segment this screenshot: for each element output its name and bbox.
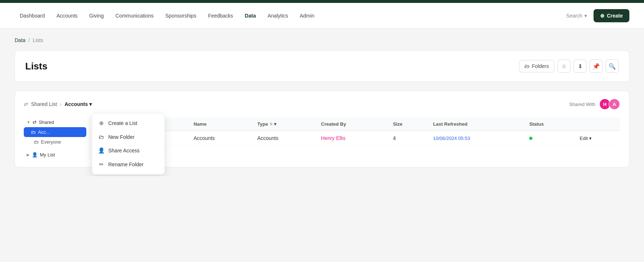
sidebar-accounts-label: Acc... xyxy=(38,129,50,135)
nav-item-admin[interactable]: Admin xyxy=(295,10,320,22)
edit-button[interactable]: Edit ▾ xyxy=(580,136,615,141)
status-dot xyxy=(529,137,532,140)
dropdown-new-folder-label: New Folder xyxy=(108,134,135,140)
table-row: LS10002 Accounts Accounts Henry Ellis xyxy=(95,131,620,146)
page-title: Lists xyxy=(25,61,48,72)
row-size: 4 xyxy=(388,131,428,146)
th-size: Size xyxy=(388,117,428,131)
chevron-down-icon: ▼ xyxy=(27,120,30,124)
star-button[interactable]: ☆ xyxy=(557,60,570,73)
folder-icon: 🗁 xyxy=(524,63,530,69)
dropdown-chevron-icon: ▾ xyxy=(89,101,92,107)
circle-plus-icon: ⊕ xyxy=(98,120,105,126)
download-button[interactable]: ⬇ xyxy=(573,60,587,73)
shared-list-label[interactable]: Shared List xyxy=(31,101,57,107)
lists-area: ⇄ Shared List › Accounts ▾ ⊕ Create a Li… xyxy=(15,91,629,167)
main-content: Data / Lists Lists 🗁 Folders ☆ ⬇ 📌 🔍 ⇄ S… xyxy=(0,29,644,176)
accounts-dropdown[interactable]: Accounts ▾ xyxy=(65,101,92,107)
th-created-by: Created By xyxy=(316,117,388,131)
search-label: Search xyxy=(566,13,582,19)
th-type: Type ⇅ ▾ xyxy=(252,117,316,131)
row-name-value: Accounts xyxy=(193,135,215,141)
share-icon: ⇄ xyxy=(24,101,28,107)
sidebar-shared-section: ▼ ⇄ Shared 🗁 Acc... 🗁 Everyone xyxy=(24,117,86,147)
dropdown-item-new-folder[interactable]: 🗁 New Folder xyxy=(92,130,165,144)
search-icon-button[interactable]: 🔍 xyxy=(606,60,619,73)
header-actions: 🗁 Folders ☆ ⬇ 📌 🔍 xyxy=(519,60,619,73)
avatar-2: A xyxy=(609,98,620,110)
sidebar-item-everyone[interactable]: 🗁 Everyone xyxy=(24,137,86,147)
pin-button[interactable]: 📌 xyxy=(590,60,603,73)
nav-item-communications[interactable]: Communications xyxy=(110,10,159,22)
search-button[interactable]: Search ▾ xyxy=(561,10,592,22)
shared-with-area: Shared With H A xyxy=(569,98,620,110)
share-icon-sidebar: ⇄ xyxy=(33,119,37,125)
shared-with-label: Shared With xyxy=(569,102,595,107)
page-header: Lists 🗁 Folders ☆ ⬇ 📌 🔍 xyxy=(15,50,629,82)
share-access-icon: 👤 xyxy=(98,147,105,154)
folder-icon-sidebar: 🗁 xyxy=(31,129,36,135)
th-name: Name xyxy=(188,117,252,131)
status-column-label: Status xyxy=(529,121,544,127)
dropdown-create-list-label: Create a List xyxy=(108,120,137,126)
row-type-value: Accounts xyxy=(257,135,279,141)
size-column-label: Size xyxy=(393,121,402,127)
breadcrumb-arrow: › xyxy=(60,101,62,107)
nav-item-feedbacks[interactable]: Feedbacks xyxy=(203,10,238,22)
row-created-by-link[interactable]: Henry Ellis xyxy=(321,135,346,141)
row-action: Edit ▾ xyxy=(575,131,620,146)
chevron-right-icon: ▶ xyxy=(27,153,30,157)
breadcrumb-data[interactable]: Data xyxy=(15,37,26,43)
create-label: Create xyxy=(607,13,623,19)
dropdown-menu: ⊕ Create a List 🗁 New Folder 👤 Share Acc… xyxy=(92,113,165,175)
row-name: Accounts xyxy=(188,131,252,146)
dropdown-item-create-list[interactable]: ⊕ Create a List xyxy=(92,116,165,130)
sidebar-item-accounts[interactable]: 🗁 Acc... xyxy=(24,127,86,137)
filter-icon-type[interactable]: ▾ xyxy=(274,121,276,127)
sidebar-my-list-label: My List xyxy=(40,152,55,157)
nav-item-giving[interactable]: Giving xyxy=(84,10,109,22)
created-by-column-label: Created By xyxy=(321,121,346,127)
nav-item-analytics[interactable]: Analytics xyxy=(263,10,293,22)
nav-item-sponsorships[interactable]: Sponsorships xyxy=(160,10,202,22)
table-wrap: ID ⇅ Name Type ⇅ ▾ xyxy=(95,117,620,160)
dropdown-item-rename-folder[interactable]: ✏ Rename Folder xyxy=(92,157,165,171)
nav-item-dashboard[interactable]: Dashboard xyxy=(15,10,50,22)
edit-chevron-icon: ▾ xyxy=(589,136,592,141)
row-size-value: 4 xyxy=(393,135,396,141)
chevron-down-icon: ▾ xyxy=(584,13,587,19)
sidebar-shared-group[interactable]: ▼ ⇄ Shared xyxy=(24,117,86,127)
dropdown-share-access-label: Share Access xyxy=(108,148,140,153)
navbar: Dashboard Accounts Giving Communications… xyxy=(0,3,644,29)
folder-icon: 🗁 xyxy=(98,134,105,140)
name-column-label: Name xyxy=(193,121,206,127)
list-breadcrumb-row: ⇄ Shared List › Accounts ▾ ⊕ Create a Li… xyxy=(24,98,620,110)
th-action xyxy=(575,117,620,131)
row-status xyxy=(524,131,575,146)
person-icon: 👤 xyxy=(32,152,38,157)
row-last-refreshed-value: 10/06/2024 05:53 xyxy=(433,136,470,141)
sidebar-shared-label: Shared xyxy=(39,119,54,125)
th-status: Status xyxy=(524,117,575,131)
folder-icon-everyone: 🗁 xyxy=(34,139,39,145)
sidebar-everyone-label: Everyone xyxy=(41,139,61,145)
folders-label: Folders xyxy=(532,63,549,69)
sidebar-my-list-group[interactable]: ▶ 👤 My List xyxy=(24,150,86,160)
lists-table: ID ⇅ Name Type ⇅ ▾ xyxy=(95,117,620,146)
row-type: Accounts xyxy=(252,131,316,146)
breadcrumb-separator: / xyxy=(29,37,30,43)
row-created-by: Henry Ellis xyxy=(316,131,388,146)
sidebar-my-list-section: ▶ 👤 My List xyxy=(24,150,86,160)
sort-icon-type: ⇅ xyxy=(270,122,272,126)
nav-item-accounts[interactable]: Accounts xyxy=(52,10,83,22)
folders-button[interactable]: 🗁 Folders xyxy=(519,60,554,72)
nav-item-data[interactable]: Data xyxy=(240,10,261,22)
type-column-label: Type xyxy=(257,121,268,127)
table-header-row: ID ⇅ Name Type ⇅ ▾ xyxy=(95,117,620,131)
edit-label: Edit xyxy=(580,136,588,141)
avatars: H A xyxy=(599,98,620,110)
dropdown-item-share-access[interactable]: 👤 Share Access xyxy=(92,144,165,157)
last-refreshed-column-label: Last Refreshed xyxy=(433,121,467,127)
row-last-refreshed: 10/06/2024 05:53 xyxy=(428,131,524,146)
create-button[interactable]: ⊕ Create xyxy=(594,9,629,22)
